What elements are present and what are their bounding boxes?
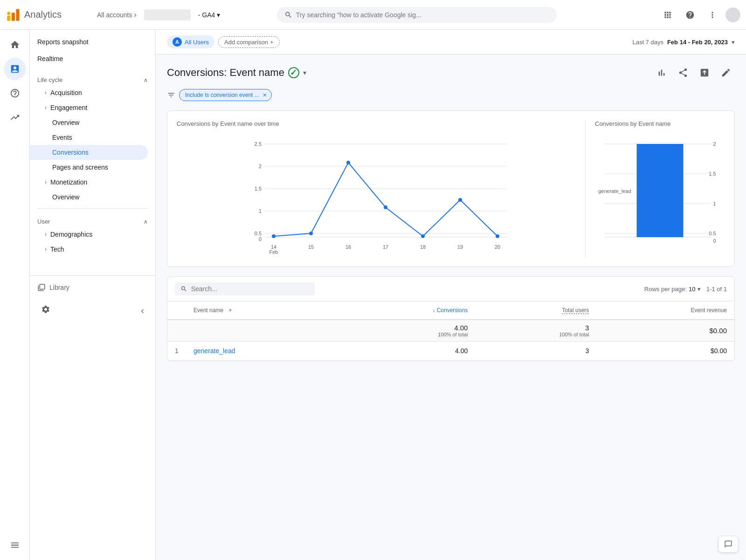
tech-nav[interactable]: › Tech	[30, 242, 155, 257]
share-icon	[678, 68, 688, 78]
row-total-users: 3	[475, 341, 596, 361]
row-rank: 1	[167, 341, 186, 361]
collapse-nav-btn[interactable]: ‹	[137, 301, 148, 320]
report-actions	[653, 64, 735, 82]
date-range-selector[interactable]: Last 7 days Feb 14 - Feb 20, 2023 ▾	[632, 39, 735, 46]
total-users-col-header[interactable]: Total users	[475, 301, 596, 320]
conversions-col-header[interactable]: ↓ Conversions	[339, 301, 475, 320]
reports-snapshot-label: Reports snapshot	[37, 38, 89, 46]
sidebar-explore[interactable]	[4, 82, 26, 104]
engagement-nav[interactable]: ‹ Engagement	[30, 100, 155, 115]
totals-conversions-value: 4.00	[346, 324, 468, 332]
property-selector[interactable]: - GA4 ▾	[194, 9, 224, 20]
content-header: A All Users Add comparison + Last 7 days…	[156, 30, 746, 55]
svg-text:Feb: Feb	[269, 249, 278, 255]
segment-avatar: A	[173, 37, 182, 47]
report-title-row: Conversions: Event name ✓ ▾	[167, 64, 735, 82]
demographics-nav[interactable]: › Demographics	[30, 227, 155, 242]
line-chart-title: Conversions by Event name over time	[177, 120, 576, 127]
table-search-input[interactable]	[191, 285, 309, 293]
sidebar-reports[interactable]	[4, 58, 26, 80]
topbar: Analytics All accounts › - GA4 ▾	[0, 0, 746, 30]
feedback-button[interactable]	[718, 536, 739, 553]
table-search[interactable]	[175, 282, 315, 295]
settings-nav[interactable]	[37, 301, 54, 320]
svg-point-30	[496, 234, 499, 238]
sidebar-advertising[interactable]	[4, 106, 26, 129]
account-chevron-icon: ›	[134, 11, 136, 19]
search-bar[interactable]	[277, 7, 557, 23]
tech-label: Tech	[50, 246, 64, 253]
nav-footer: Library	[30, 275, 155, 299]
library-label: Library	[49, 284, 69, 291]
user-avatar[interactable]	[725, 7, 740, 22]
reports-snapshot-nav[interactable]: Reports snapshot	[30, 34, 155, 50]
monetization-nav[interactable]: › Monetization	[30, 175, 155, 190]
rows-per-page-select[interactable]: 10 25 50	[689, 286, 696, 293]
segment-row: A All Users Add comparison +	[167, 35, 280, 48]
conversions-label: Conversions	[52, 149, 89, 156]
event-name-col-header[interactable]	[167, 301, 186, 320]
svg-text:15: 15	[308, 244, 314, 250]
svg-text:2: 2	[259, 164, 262, 169]
help-button[interactable]	[681, 6, 699, 24]
filter-chip[interactable]: Include Is conversion event ... ×	[179, 89, 272, 101]
add-comparison-label: Add comparison	[224, 39, 268, 46]
nav-bottom-row: ‹	[30, 299, 155, 322]
svg-text:19: 19	[457, 244, 463, 250]
rows-per-page: Rows per page: 10 25 50 ▾	[644, 286, 701, 293]
add-comparison-btn[interactable]: Add comparison +	[218, 36, 280, 48]
totals-users-value: 3	[483, 324, 589, 332]
lifecycle-section-header[interactable]: Life cycle ∧	[30, 71, 155, 85]
share-btn[interactable]	[674, 64, 692, 82]
pages-screens-nav[interactable]: Pages and screens	[30, 160, 155, 175]
insights-btn[interactable]	[696, 64, 713, 82]
totals-row-label	[167, 320, 339, 341]
chart-view-btn[interactable]	[653, 64, 670, 82]
totals-revenue-value: $0.00	[604, 327, 727, 335]
conversions-nav[interactable]: Conversions	[30, 145, 148, 160]
filter-chip-label: Include Is conversion event ...	[185, 92, 259, 98]
charts-row: Conversions by Event name over time 2.5	[177, 120, 725, 257]
user-section-header[interactable]: User ∧	[30, 212, 155, 227]
realtime-nav[interactable]: Realtime	[30, 50, 155, 67]
all-users-chip[interactable]: A All Users	[167, 35, 214, 48]
event-name-plus-icon[interactable]: +	[228, 307, 232, 314]
acquisition-nav[interactable]: › Acquisition	[30, 85, 155, 100]
row-event-revenue: $0.00	[596, 341, 734, 361]
filter-chip-close-icon[interactable]: ×	[262, 91, 268, 99]
sidebar-configure[interactable]	[4, 534, 26, 556]
sidebar-home[interactable]	[4, 34, 26, 56]
event-revenue-col-label: Event revenue	[691, 307, 727, 314]
search-input[interactable]	[296, 11, 549, 19]
event-revenue-col-header[interactable]: Event revenue	[596, 301, 734, 320]
account-selector[interactable]: All accounts ›	[93, 9, 140, 21]
svg-text:generate_lead: generate_lead	[598, 188, 631, 194]
main-layout: Reports snapshot Realtime Life cycle ∧ ›…	[0, 30, 746, 560]
settings-icon	[41, 305, 50, 314]
more-button[interactable]	[703, 6, 722, 24]
report-status-icon: ✓	[288, 67, 299, 78]
insights-icon	[699, 68, 710, 78]
edit-icon	[721, 68, 731, 78]
events-nav[interactable]: Events	[30, 130, 155, 145]
acquisition-label: Acquisition	[50, 89, 82, 96]
engagement-chevron-icon: ‹	[45, 104, 47, 111]
report-title-chevron-icon[interactable]: ▾	[303, 69, 306, 76]
monetization-overview-nav[interactable]: Overview	[30, 190, 155, 205]
event-name-col-header[interactable]: Event name +	[186, 301, 339, 320]
logo-area: Analytics	[6, 7, 90, 22]
nav-top-items: Reports snapshot Realtime	[30, 30, 155, 71]
svg-text:2.5: 2.5	[255, 141, 262, 147]
svg-point-3	[7, 12, 10, 15]
row-event-name[interactable]: generate_lead	[186, 341, 339, 361]
monetization-chevron-icon: ›	[45, 179, 47, 185]
engagement-overview-nav[interactable]: Overview	[30, 115, 155, 130]
user-section-label: User	[37, 218, 50, 225]
apps-button[interactable]	[658, 6, 677, 24]
page-content: Conversions: Event name ✓ ▾	[156, 55, 746, 370]
svg-rect-2	[16, 9, 19, 21]
edit-btn[interactable]	[717, 64, 735, 82]
events-label: Events	[52, 134, 72, 141]
library-nav[interactable]: Library	[37, 280, 69, 295]
